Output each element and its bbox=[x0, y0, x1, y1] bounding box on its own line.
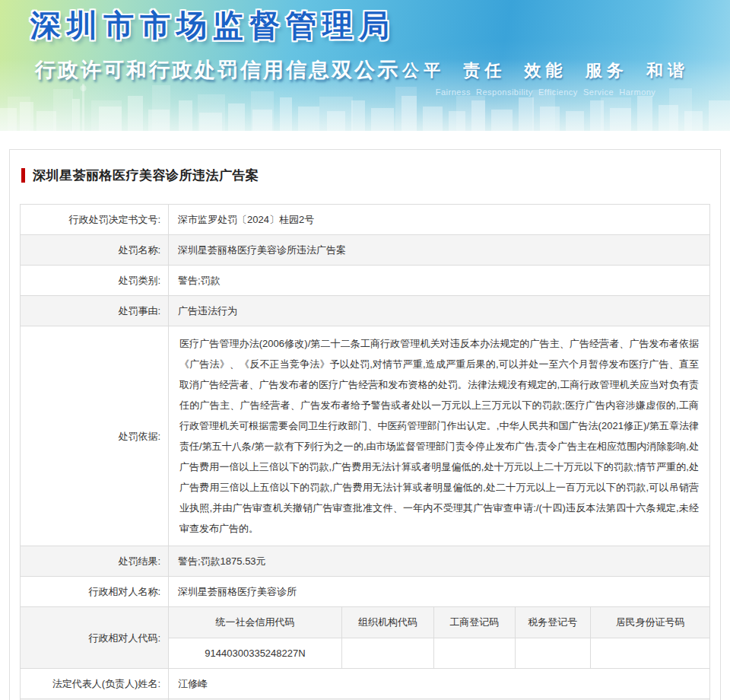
code-col-header: 工商登记码 bbox=[433, 607, 515, 638]
code-col-header: 统一社会信用代码 bbox=[169, 607, 342, 638]
record-row-party-name: 行政相对人名称: 深圳星荟丽格医疗美容诊所 bbox=[21, 577, 710, 607]
row-value: 江修峰 bbox=[169, 669, 710, 699]
row-label: 处罚名称: bbox=[21, 235, 169, 266]
row-label: 处罚事由: bbox=[21, 296, 169, 326]
record-row-penalty-basis: 处罚依据: 医疗广告管理办法(2006修改)/第二十二条工商行政管理机关对违反本… bbox=[21, 326, 710, 546]
penalty-record-table: 行政处罚决定书文号: 深市监罗处罚〔2024〕桂园2号 处罚名称: 深圳星荟丽格… bbox=[20, 204, 710, 700]
record-row-penalty-result: 处罚结果: 警告;罚款1875.53元 bbox=[21, 546, 710, 577]
page-title: 深圳星荟丽格医疗美容诊所违法广告案 bbox=[33, 167, 259, 184]
title-marker bbox=[21, 168, 25, 183]
banner-slogan: 公平 责任 效能 服务 和谐 Fairness Responsibility E… bbox=[402, 59, 689, 97]
record-row-decision-number: 行政处罚决定书文号: 深市监罗处罚〔2024〕桂园2号 bbox=[21, 205, 710, 235]
code-value-business bbox=[433, 638, 515, 668]
row-value: 警告;罚款 bbox=[169, 266, 710, 296]
row-label: 处罚依据: bbox=[21, 326, 169, 546]
row-label: 处罚类别: bbox=[21, 266, 169, 296]
code-header-row: 统一社会信用代码 组织机构代码 工商登记码 税务登记号 居民身份证号码 bbox=[169, 607, 709, 638]
record-row-party-codes: 行政相对人代码: 统一社会信用代码 组织机构代码 工商登记码 税务登记号 居民身… bbox=[21, 607, 710, 669]
code-value-id bbox=[591, 638, 709, 668]
code-value-tax bbox=[515, 638, 591, 668]
row-value: 广告违法行为 bbox=[169, 296, 710, 326]
code-col-header: 组织机构代码 bbox=[342, 607, 434, 638]
slogan-chinese: 公平 责任 效能 服务 和谐 bbox=[402, 59, 689, 82]
code-value-uscc: 91440300335248227N bbox=[169, 638, 342, 668]
code-col-header: 居民身份证号码 bbox=[591, 607, 709, 638]
record-row-penalty-type: 处罚类别: 警告;罚款 bbox=[21, 266, 710, 296]
record-row-penalty-name: 处罚名称: 深圳星荟丽格医疗美容诊所违法广告案 bbox=[21, 235, 710, 266]
row-label: 行政相对人名称: bbox=[21, 577, 169, 607]
code-col-header: 税务登记号 bbox=[515, 607, 591, 638]
row-value: 深圳星荟丽格医疗美容诊所 bbox=[169, 577, 710, 607]
row-label: 处罚结果: bbox=[21, 546, 169, 577]
code-values-row: 91440300335248227N bbox=[169, 638, 709, 668]
row-value: 警告;罚款1875.53元 bbox=[169, 546, 710, 577]
site-banner: 深圳市市场监督管理局 行政许可和行政处罚信用信息双公示 公平 责任 效能 服务 … bbox=[0, 0, 730, 131]
org-title: 深圳市市场监督管理局 bbox=[30, 5, 395, 46]
record-row-legal-representative: 法定代表人(负责人)姓名: 江修峰 bbox=[21, 669, 710, 699]
party-codes-cell: 统一社会信用代码 组织机构代码 工商登记码 税务登记号 居民身份证号码 9144… bbox=[169, 607, 710, 669]
slogan-english: Fairness Responsibility Efficiency Servi… bbox=[402, 88, 689, 97]
content-panel: 深圳星荟丽格医疗美容诊所违法广告案 行政处罚决定书文号: 深市监罗处罚〔2024… bbox=[9, 149, 721, 700]
page-title-block: 深圳星荟丽格医疗美容诊所违法广告案 bbox=[20, 165, 710, 184]
row-value: 深圳星荟丽格医疗美容诊所违法广告案 bbox=[169, 235, 710, 266]
row-label: 行政相对人代码: bbox=[21, 607, 169, 669]
row-label: 法定代表人(负责人)姓名: bbox=[21, 669, 169, 699]
banner-subtitle: 行政许可和行政处罚信用信息双公示 bbox=[35, 56, 400, 84]
row-value: 深市监罗处罚〔2024〕桂园2号 bbox=[169, 205, 710, 235]
code-value-org bbox=[342, 638, 434, 668]
party-codes-table: 统一社会信用代码 组织机构代码 工商登记码 税务登记号 居民身份证号码 9144… bbox=[169, 607, 709, 668]
row-value: 医疗广告管理办法(2006修改)/第二十二条工商行政管理机关对违反本办法规定的广… bbox=[169, 326, 710, 546]
page: 深圳市市场监督管理局 行政许可和行政处罚信用信息双公示 公平 责任 效能 服务 … bbox=[0, 0, 730, 700]
record-row-penalty-reason: 处罚事由: 广告违法行为 bbox=[21, 296, 710, 326]
row-label: 行政处罚决定书文号: bbox=[21, 205, 169, 235]
